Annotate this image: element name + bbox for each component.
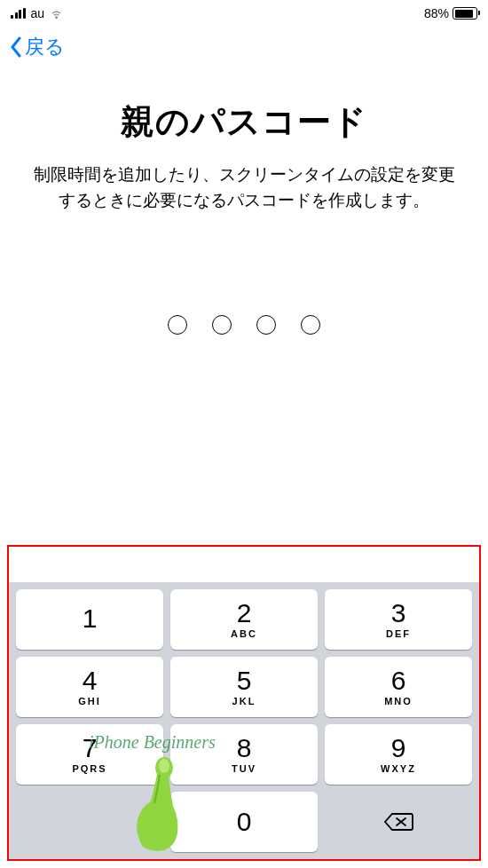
carrier-label: au bbox=[31, 6, 45, 20]
key-4[interactable]: 4 GHI bbox=[16, 657, 163, 717]
page-title: 親のパスコード bbox=[27, 99, 461, 145]
key-number: 8 bbox=[237, 735, 252, 761]
back-label: 戻る bbox=[25, 34, 65, 60]
wifi-icon bbox=[50, 7, 63, 20]
signal-icon bbox=[11, 8, 26, 19]
key-letters: GHI bbox=[78, 696, 101, 706]
key-letters: MNO bbox=[384, 696, 413, 706]
passcode-dot bbox=[256, 315, 276, 335]
chevron-left-icon bbox=[9, 36, 23, 58]
watermark-text: iPhone Beginners bbox=[89, 732, 216, 753]
status-right: 88% bbox=[424, 6, 477, 20]
key-number: 9 bbox=[391, 735, 406, 761]
main-content: 親のパスコード 制限時間を追加したり、スクリーンタイムの設定を変更するときに必要… bbox=[0, 68, 488, 335]
key-letters: TUV bbox=[232, 763, 256, 774]
key-2[interactable]: 2 ABC bbox=[170, 589, 318, 650]
key-delete[interactable] bbox=[325, 792, 472, 852]
nav-bar: 戻る bbox=[0, 27, 488, 68]
passcode-dot bbox=[168, 315, 187, 335]
key-number: 2 bbox=[237, 600, 252, 627]
status-left: au bbox=[11, 6, 63, 20]
key-letters: PQRS bbox=[72, 763, 106, 774]
key-3[interactable]: 3 DEF bbox=[325, 589, 472, 650]
key-number: 1 bbox=[83, 605, 98, 632]
key-number: 4 bbox=[83, 667, 98, 694]
backspace-icon bbox=[383, 811, 413, 832]
key-9[interactable]: 9 WXYZ bbox=[325, 724, 472, 785]
key-6[interactable]: 6 MNO bbox=[325, 657, 472, 717]
key-number: 5 bbox=[237, 667, 252, 694]
svg-point-1 bbox=[159, 759, 169, 773]
status-bar: au 88% bbox=[0, 0, 488, 27]
key-letters: WXYZ bbox=[381, 763, 416, 774]
page-subtitle: 制限時間を追加したり、スクリーンタイムの設定を変更するときに必要になるパスコード… bbox=[27, 162, 461, 213]
finger-pointer-icon bbox=[115, 757, 195, 855]
battery-icon bbox=[453, 7, 477, 20]
key-5[interactable]: 5 JKL bbox=[170, 657, 318, 717]
battery-percent: 88% bbox=[424, 6, 449, 20]
passcode-dot bbox=[301, 315, 320, 335]
key-letters: JKL bbox=[232, 696, 256, 706]
key-letters: DEF bbox=[386, 628, 411, 639]
key-number: 6 bbox=[391, 667, 406, 694]
passcode-dots bbox=[27, 315, 461, 335]
keypad-highlight: 1 2 ABC 3 DEF 4 GHI 5 JKL 6 MNO 7 PQRS 8 bbox=[7, 545, 481, 861]
key-1[interactable]: 1 bbox=[16, 589, 163, 650]
numeric-keypad: 1 2 ABC 3 DEF 4 GHI 5 JKL 6 MNO 7 PQRS 8 bbox=[9, 582, 479, 859]
passcode-dot bbox=[212, 315, 232, 335]
back-button[interactable]: 戻る bbox=[9, 34, 65, 60]
key-number: 3 bbox=[391, 600, 406, 627]
key-letters: ABC bbox=[231, 628, 257, 639]
key-number: 0 bbox=[237, 809, 252, 835]
